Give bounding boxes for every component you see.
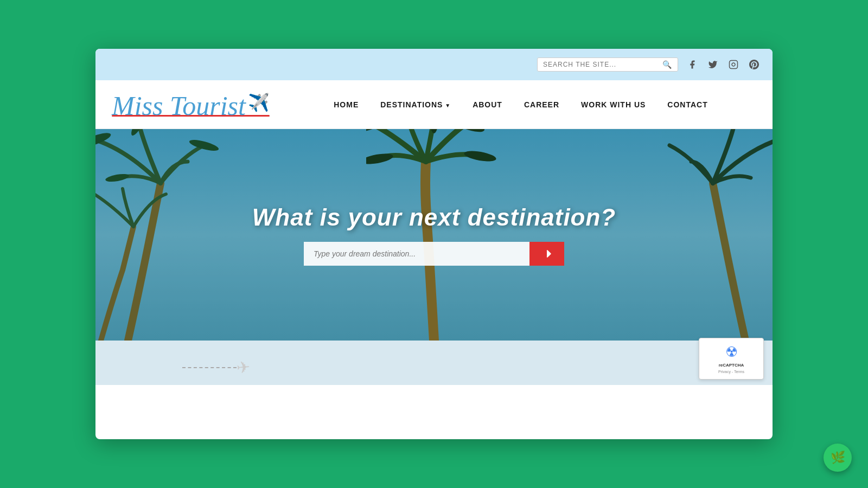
nav-contact[interactable]: CONTACT: [667, 100, 707, 109]
green-badge[interactable]: 🌿: [824, 444, 852, 472]
destination-search-input[interactable]: [304, 242, 529, 266]
hero-content: What is your next destination?: [252, 204, 616, 266]
site-search-input[interactable]: [543, 61, 662, 68]
browser-window: 🔍 Miss Tourist: [95, 49, 773, 439]
airplane-strip: ✈: [182, 358, 250, 377]
social-icons: [685, 57, 762, 72]
nav-about[interactable]: ABOUT: [473, 100, 502, 109]
hero-title: What is your next destination?: [252, 204, 616, 231]
hero-search-bar: [304, 242, 564, 266]
logo-text: Miss Tourist: [112, 92, 246, 119]
facebook-icon[interactable]: [685, 57, 700, 72]
bottom-strip: ✈ ☢ reCAPTCHA Privacy - Terms: [95, 341, 773, 385]
nav-work-with-us[interactable]: WORK WITH US: [581, 100, 646, 109]
recaptcha-sub: Privacy - Terms: [718, 370, 744, 374]
nav-home[interactable]: HOME: [334, 100, 359, 109]
recaptcha-label: reCAPTCHA: [719, 363, 744, 368]
twitter-icon[interactable]: [705, 57, 720, 72]
recaptcha-box: ☢ reCAPTCHA Privacy - Terms: [699, 338, 764, 380]
logo-plane-icon: ✈️: [248, 92, 270, 113]
site-search-box[interactable]: 🔍: [537, 57, 678, 72]
pinterest-icon[interactable]: [746, 57, 762, 72]
nav-destinations[interactable]: DESTINATIONS: [380, 100, 451, 109]
logo[interactable]: Miss Tourist ✈️: [112, 92, 270, 117]
nav-career[interactable]: CAREER: [524, 100, 559, 109]
airplane-icon: ✈: [236, 357, 251, 377]
recaptcha-logo: ☢: [725, 344, 738, 361]
logo-area: Miss Tourist ✈️: [112, 92, 285, 117]
hero-section: What is your next destination?: [95, 129, 773, 341]
nav-bar: Miss Tourist ✈️ HOME DESTINATIONS ABOUT …: [95, 80, 773, 129]
destination-search-button[interactable]: [529, 242, 564, 266]
search-icon: 🔍: [662, 60, 672, 69]
instagram-icon[interactable]: [726, 57, 741, 72]
nav-links: HOME DESTINATIONS ABOUT CAREER WORK WITH…: [285, 100, 756, 109]
svg-rect-0: [730, 61, 738, 69]
leaf-icon: 🌿: [831, 451, 845, 465]
arrow-right-icon: [541, 248, 552, 259]
flight-path-line: [182, 367, 237, 368]
top-bar: 🔍: [95, 49, 773, 80]
